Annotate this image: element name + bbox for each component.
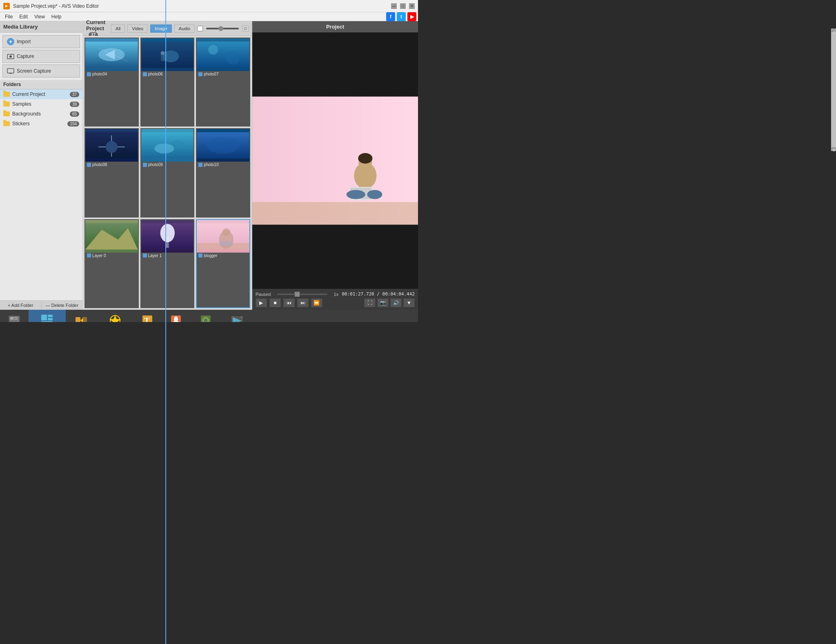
grid-item-photo06[interactable]: photo06 [140,38,195,127]
playback-controls: Paused 1x 00:01:27.720 / 00:04:04.442 ▶ … [252,289,418,310]
svg-point-45 [367,190,382,199]
filter-all[interactable]: All [111,24,125,33]
prev-button[interactable]: ⏮ [283,298,295,307]
project-grid: photo04 photo06 photo07 [83,36,252,310]
app-title: Sample Project.vep* - AVS Video Editor [13,3,391,9]
middle-panel: Current Project 37 All Video Image Audio… [83,21,252,310]
svg-point-24 [171,140,184,147]
media-library-header: Media Library [0,21,82,33]
add-folder-button[interactable]: + Add Folder [0,301,42,310]
folder-count: 65 [70,111,79,117]
tool-transitions[interactable]: Transitions [66,310,97,322]
filter-image[interactable]: Image [150,24,172,33]
transport-right: ⛶ 📷 🔊 ▼ [364,298,415,307]
seek-slider[interactable] [277,293,327,295]
tool-disc-menu[interactable]: Disc Menu [190,310,221,322]
snapshot-button[interactable]: 📷 [377,298,389,307]
right-panel: Project [252,21,418,310]
file-icon [143,72,147,76]
svg-point-17 [106,141,118,153]
file-icon [87,163,91,167]
item-label: blogger [197,253,249,259]
facebook-icon[interactable]: f [386,12,395,21]
grid-item-layer0[interactable]: Layer 0 [84,219,139,308]
item-label: Layer 1 [141,253,194,259]
grid-item-photo04[interactable]: photo04 [84,38,139,127]
twitter-icon[interactable]: t [397,12,406,21]
folder-icon [3,92,10,97]
projects-icon [8,314,21,322]
item-label: photo09 [141,162,194,168]
grid-item-photo07[interactable]: photo07 [196,38,250,127]
folder-current-project[interactable]: Current Project 37 [0,89,82,99]
filter-video[interactable]: Video [127,24,148,33]
svg-rect-51 [14,319,18,320]
folder-samples[interactable]: Samples 39 [0,99,82,109]
menu-edit[interactable]: Edit [16,13,31,20]
menu-help[interactable]: Help [48,13,65,20]
grid-item-photo09[interactable]: photo09 [140,128,195,217]
fullscreen-button[interactable]: ⛶ [364,298,376,307]
settings-button[interactable]: ▼ [403,298,415,307]
svg-point-44 [347,190,365,199]
tool-voice[interactable]: Voice [162,310,190,322]
svg-marker-58 [80,318,83,322]
minimize-button[interactable]: — [391,3,397,9]
close-button[interactable]: ✕ [409,3,415,9]
fast-forward-button[interactable]: ⏩ [311,298,322,307]
folder-name: Stickers [12,121,30,127]
window-controls: — □ ✕ [391,3,415,9]
transport-buttons: ▶ ■ ⏮ ⏭ ⏩ ⛶ 📷 🔊 ▼ [256,298,415,307]
menu-view[interactable]: View [31,13,48,20]
next-button[interactable]: ⏭ [297,298,309,307]
thumbnail [197,220,249,253]
tool-text[interactable]: T Text [133,310,162,322]
screen-capture-button[interactable]: Screen Capture [2,64,80,78]
thumbnail [141,129,194,162]
volume-button[interactable]: 🔊 [390,298,402,307]
capture-button[interactable]: Capture [2,50,80,63]
tool-media-library[interactable]: Media Library [29,310,66,322]
item-label: photo07 [197,71,249,77]
folder-icon [3,111,10,116]
delete-folder-button[interactable]: — Delete Folder [42,301,83,310]
capture-icon [7,53,14,60]
item-label: photo06 [141,71,194,77]
video-effects-icon [109,314,122,322]
thumbnail [85,38,138,71]
grid-item-photo08[interactable]: photo08 [84,128,139,217]
svg-point-32 [160,224,174,242]
svg-rect-39 [252,202,418,224]
voice-icon [169,314,182,322]
grid-item-photo10[interactable]: photo10 [196,128,250,217]
svg-rect-50 [14,317,18,318]
size-slider[interactable] [206,28,239,29]
filter-audio[interactable]: Audio [174,24,195,33]
folder-stickers[interactable]: Stickers 154 [0,119,82,129]
disc-menu-icon [199,314,212,322]
item-label: Layer 0 [85,253,138,259]
play-button[interactable]: ▶ [256,298,267,307]
tool-video-effects[interactable]: Video Effects [97,310,133,322]
menu-bar: File Edit View Help f t ▶ [0,12,418,21]
grid-view-button[interactable]: □ [242,25,249,32]
grid-item-blogger[interactable]: blogger [196,219,250,308]
svg-point-15 [227,51,240,64]
title-bar: ▶ Sample Project.vep* - AVS Video Editor… [0,0,418,12]
svg-rect-53 [48,315,53,317]
stop-button[interactable]: ■ [269,298,281,307]
maximize-button[interactable]: □ [400,3,406,9]
tool-projects[interactable]: Projects [0,310,29,322]
filter-checkbox[interactable] [197,26,203,31]
grid-item-layer1[interactable]: Layer 1 [140,219,195,308]
svg-rect-65 [173,321,179,322]
folder-name: Current Project [12,91,45,97]
menu-file[interactable]: File [2,13,16,20]
import-button[interactable]: + Import [2,35,80,48]
toolbar-strip: Projects Media Library Transitions Video… [0,310,418,322]
tool-produce[interactable]: Produce... [221,310,253,322]
youtube-icon[interactable]: ▶ [407,12,416,21]
svg-rect-49 [10,317,13,320]
thumbnail [85,220,138,253]
folder-backgrounds[interactable]: Backgrounds 65 [0,109,82,119]
